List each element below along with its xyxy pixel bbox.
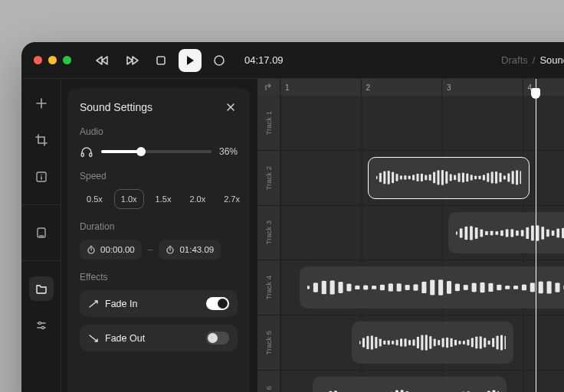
fade-out-label: Fade Out	[105, 333, 145, 344]
fade-out-icon	[88, 333, 99, 344]
track-label[interactable]: Track 1	[257, 96, 280, 150]
window-zoom-dot[interactable]	[63, 56, 71, 64]
ruler-corner	[257, 79, 280, 96]
speed-label: Speed	[80, 171, 238, 181]
fade-in-row: Fade In	[80, 290, 238, 317]
settings-sliders-button[interactable]	[29, 313, 54, 338]
svg-point-5	[38, 322, 41, 324]
track-lane[interactable]	[280, 206, 564, 260]
fade-in-toggle[interactable]	[206, 297, 229, 310]
tool-rail	[21, 79, 61, 392]
panel-header: Sound Settings	[80, 100, 238, 114]
track-row: Track 1	[257, 96, 564, 150]
fade-in-label: Fade In	[105, 299, 137, 309]
stopwatch-icon	[166, 245, 175, 254]
timecode: 04:17.09	[244, 54, 284, 66]
rail-divider-1	[21, 204, 61, 205]
duration-label: Duration	[80, 221, 238, 232]
track-row: Track 3	[257, 205, 564, 260]
close-panel-button[interactable]	[224, 100, 238, 114]
duration-start[interactable]: 00:00.00	[80, 240, 142, 260]
record-button[interactable]	[208, 49, 231, 72]
breadcrumb-current[interactable]: Sound	[539, 54, 564, 66]
track-label[interactable]: Track 6	[257, 371, 280, 392]
effects-section: Effects Fade In Fade Out	[80, 272, 238, 351]
app-body: Sound Settings Audio 36%	[21, 79, 564, 392]
ruler-mark[interactable]: 3	[442, 79, 523, 96]
ruler-mark[interactable]: 1	[280, 79, 362, 96]
audio-clip[interactable]	[300, 266, 564, 309]
track-lane[interactable]	[280, 96, 564, 150]
headphones-icon	[80, 145, 93, 158]
sound-settings-panel: Sound Settings Audio 36%	[67, 88, 250, 392]
add-button[interactable]	[29, 91, 54, 116]
folder-button[interactable]	[29, 276, 54, 301]
fade-out-row: Fade Out	[80, 325, 238, 351]
speed-chip-2.0x[interactable]: 2.0x	[182, 189, 212, 209]
window-minimize-dot[interactable]	[48, 56, 57, 64]
fade-in-icon	[88, 299, 99, 309]
track-row: Track 5	[257, 315, 564, 370]
svg-rect-8	[90, 153, 92, 157]
traffic-lights	[34, 56, 71, 64]
crop-button[interactable]	[29, 128, 54, 152]
app-window: 04:17.09 Drafts / Sound	[21, 42, 564, 392]
volume-slider-fill	[101, 150, 141, 153]
svg-rect-7	[81, 153, 84, 157]
audio-clip[interactable]	[313, 377, 507, 392]
duration-end[interactable]: 01:43.09	[159, 240, 221, 260]
track-lane[interactable]	[280, 260, 564, 315]
audio-clip[interactable]	[448, 212, 564, 254]
speed-chip-1.0x[interactable]: 1.0x	[114, 189, 144, 209]
fast-forward-button[interactable]	[120, 49, 143, 72]
rail-divider-2	[21, 260, 61, 261]
volume-percent: 36%	[219, 146, 238, 157]
track-row: Track 4	[257, 260, 564, 315]
effects-label: Effects	[80, 272, 238, 283]
speed-section: Speed 0.5x1.0x1.5x2.0x2.7x	[80, 171, 238, 209]
device-button[interactable]	[29, 220, 54, 245]
fade-out-toggle[interactable]	[206, 332, 229, 345]
audio-clip[interactable]	[368, 157, 530, 199]
track-label[interactable]: Track 3	[257, 206, 280, 260]
track-label[interactable]: Track 4	[257, 260, 280, 315]
svg-point-1	[215, 56, 224, 65]
duration-dash: –	[148, 244, 153, 255]
timeline-ruler[interactable]: 1234	[257, 79, 564, 96]
breadcrumb-parent[interactable]: Drafts	[501, 54, 528, 66]
duration-end-value: 01:43.09	[179, 245, 214, 254]
breadcrumb[interactable]: Drafts / Sound	[501, 54, 564, 66]
speed-chip-2.7x[interactable]: 2.7x	[217, 189, 247, 209]
rewind-button[interactable]	[91, 49, 114, 72]
track-row: Track 2	[257, 150, 564, 205]
tracks-area[interactable]: Track 1Track 2Track 3Track 4Track 5Track…	[257, 96, 564, 392]
audio-section: Audio 36%	[80, 126, 238, 158]
titlebar: 04:17.09 Drafts / Sound	[21, 42, 564, 79]
duration-section: Duration 00:00.00 – 01:43.09	[80, 221, 238, 260]
ruler-mark[interactable]: 4	[523, 79, 565, 96]
speed-options: 0.5x1.0x1.5x2.0x2.7x	[80, 189, 238, 209]
audio-clip[interactable]	[352, 322, 513, 364]
ruler-mark[interactable]: 2	[362, 79, 443, 96]
track-lane[interactable]	[280, 371, 564, 392]
window-close-dot[interactable]	[34, 56, 42, 64]
play-button[interactable]	[179, 49, 202, 72]
info-button[interactable]	[29, 165, 54, 189]
track-label[interactable]: Track 5	[257, 315, 280, 370]
speed-chip-0.5x[interactable]: 0.5x	[80, 189, 110, 209]
svg-rect-0	[157, 57, 165, 64]
duration-start-value: 00:00.00	[100, 245, 135, 254]
track-row: Track 6	[257, 370, 564, 392]
track-label[interactable]: Track 2	[257, 151, 280, 205]
breadcrumb-sep: /	[533, 54, 536, 66]
track-lane[interactable]	[280, 151, 564, 205]
track-lane[interactable]	[280, 315, 564, 370]
stop-button[interactable]	[149, 49, 172, 72]
volume-slider[interactable]	[101, 150, 212, 153]
stopwatch-icon	[87, 245, 96, 254]
volume-slider-thumb[interactable]	[136, 147, 146, 156]
timeline: 1234 Track 1Track 2Track 3Track 4Track 5…	[257, 79, 564, 392]
audio-label: Audio	[80, 126, 238, 137]
speed-chip-1.5x[interactable]: 1.5x	[149, 189, 179, 209]
panel-title: Sound Settings	[80, 101, 152, 113]
